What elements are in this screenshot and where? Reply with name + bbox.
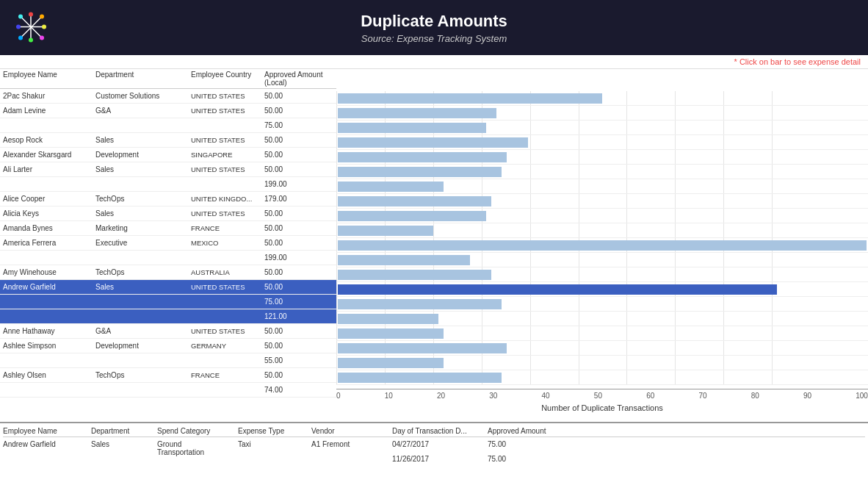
bar-row[interactable] bbox=[336, 238, 868, 253]
cell-amount: 50.00 bbox=[264, 136, 336, 144]
bar[interactable] bbox=[338, 196, 491, 206]
table-row[interactable]: Adam LevineG&AUNITED STATES50.00 bbox=[0, 104, 336, 118]
bottom-table-cell bbox=[3, 453, 91, 455]
bar-row[interactable] bbox=[336, 312, 868, 326]
bar[interactable] bbox=[338, 270, 491, 280]
bottom-table-header: Approved Amount bbox=[488, 427, 576, 435]
bottom-table-cell: Sales bbox=[91, 439, 157, 448]
cell-amount: 50.00 bbox=[264, 268, 336, 276]
cell-amount: 121.00 bbox=[264, 312, 336, 320]
bottom-table-header: Vendor bbox=[311, 427, 392, 435]
cell-department: Customer Solutions bbox=[95, 92, 191, 100]
x-axis: 0102030405060708090100 Number of Duplica… bbox=[336, 385, 868, 422]
cell-amount: 75.00 bbox=[264, 121, 336, 129]
table-row[interactable]: Anne HathawayG&AUNITED STATES50.00 bbox=[0, 324, 336, 339]
hint-bar: * Click on bar to see expense detail bbox=[0, 55, 868, 69]
col-header-country: Employee Country bbox=[191, 71, 264, 87]
cell-country: SINGAPORE bbox=[191, 151, 264, 159]
bar-row[interactable] bbox=[336, 194, 868, 209]
bar[interactable] bbox=[338, 167, 502, 177]
cell-amount: 50.00 bbox=[264, 107, 336, 115]
bar-row[interactable] bbox=[336, 209, 868, 223]
bar[interactable] bbox=[338, 123, 486, 133]
bar-row[interactable] bbox=[336, 106, 868, 121]
table-row[interactable]: Alice CooperTechOpsUNITED KINGDO...179.0… bbox=[0, 192, 336, 206]
cell-employee-name: Ashley Olsen bbox=[0, 371, 95, 379]
table-row[interactable]: America FerreraExecutiveMEXICO50.00 bbox=[0, 236, 336, 251]
x-axis-label: 40 bbox=[542, 392, 550, 400]
svg-point-5 bbox=[29, 37, 33, 42]
cell-country: UNITED STATES bbox=[191, 165, 264, 173]
bar[interactable] bbox=[338, 328, 444, 339]
table-row[interactable]: Amy WinehouseTechOpsAUSTRALIA50.00 bbox=[0, 265, 336, 280]
cell-amount: 55.00 bbox=[264, 356, 336, 364]
cell-amount: 50.00 bbox=[264, 342, 336, 350]
bar[interactable] bbox=[338, 108, 496, 118]
bar-row[interactable] bbox=[336, 223, 868, 238]
bar[interactable] bbox=[338, 240, 867, 251]
cell-country: FRANCE bbox=[191, 224, 264, 232]
logo bbox=[15, 10, 48, 45]
bar-row[interactable] bbox=[336, 282, 868, 297]
bar-row[interactable] bbox=[336, 253, 868, 267]
bar-row[interactable] bbox=[336, 341, 868, 356]
table-row[interactable]: 121.00 bbox=[0, 309, 336, 324]
bar-row[interactable] bbox=[336, 135, 868, 150]
cell-employee-name: Alicia Keys bbox=[0, 209, 95, 218]
bar[interactable] bbox=[338, 314, 438, 324]
bar[interactable] bbox=[338, 226, 433, 236]
cell-employee-name: Alexander Skarsgard bbox=[0, 151, 95, 159]
table-row[interactable]: Ali LarterSalesUNITED STATES50.00 bbox=[0, 162, 336, 177]
table-row[interactable]: 74.00 bbox=[0, 383, 336, 398]
bottom-table-headers: Employee NameDepartmentSpend CategoryExp… bbox=[3, 427, 865, 437]
table-row[interactable]: Aesop RockSalesUNITED STATES50.00 bbox=[0, 133, 336, 148]
bar[interactable] bbox=[338, 152, 507, 162]
cell-employee-name: America Ferrera bbox=[0, 239, 95, 247]
bottom-table-cell: 04/27/2017 bbox=[392, 439, 488, 448]
cell-employee-name: Amanda Bynes bbox=[0, 224, 95, 232]
table-row[interactable]: Andrew GarfieldSalesUNITED STATES50.00 bbox=[0, 280, 336, 295]
cell-department: Executive bbox=[95, 239, 191, 247]
bar-row[interactable] bbox=[336, 91, 868, 106]
cell-employee-name: Amy Winehouse bbox=[0, 268, 95, 276]
table-row[interactable]: 2Pac ShakurCustomer SolutionsUNITED STAT… bbox=[0, 89, 336, 104]
bar[interactable] bbox=[338, 284, 777, 295]
table-row[interactable]: Amanda BynesMarketingFRANCE50.00 bbox=[0, 221, 336, 236]
cell-country: UNITED STATES bbox=[191, 327, 264, 335]
table-row[interactable]: Alicia KeysSalesUNITED STATES50.00 bbox=[0, 206, 336, 221]
table-row[interactable]: Alexander SkarsgardDevelopmentSINGAPORE5… bbox=[0, 148, 336, 162]
bar-row[interactable] bbox=[336, 165, 868, 179]
svg-point-10 bbox=[40, 14, 44, 18]
x-axis-label: 80 bbox=[751, 392, 759, 400]
bar-row[interactable] bbox=[336, 150, 868, 165]
bar-row[interactable] bbox=[336, 179, 868, 194]
bar[interactable] bbox=[338, 211, 486, 221]
bottom-table-cell bbox=[91, 453, 157, 455]
table-row[interactable]: Ashley OlsenTechOpsFRANCE50.00 bbox=[0, 368, 336, 383]
table-row[interactable]: 199.00 bbox=[0, 251, 336, 265]
bar-row[interactable] bbox=[336, 121, 868, 135]
table-row[interactable]: 75.00 bbox=[0, 118, 336, 133]
bar[interactable] bbox=[338, 255, 470, 265]
bar[interactable] bbox=[338, 182, 444, 192]
table-row[interactable]: 55.00 bbox=[0, 353, 336, 368]
bar[interactable] bbox=[338, 93, 602, 104]
bar[interactable] bbox=[338, 343, 507, 353]
bar[interactable] bbox=[338, 137, 528, 148]
bottom-table-cell: A1 Fremont bbox=[311, 439, 392, 448]
page-subtitle: Source: Expense Tracking System bbox=[11, 33, 857, 44]
bar-row[interactable] bbox=[336, 370, 868, 385]
bar[interactable] bbox=[338, 373, 502, 383]
bar[interactable] bbox=[338, 358, 444, 368]
bar-row[interactable] bbox=[336, 356, 868, 370]
x-axis-label: 60 bbox=[646, 392, 654, 400]
table-row[interactable]: 75.00 bbox=[0, 295, 336, 309]
cell-employee-name: Aesop Rock bbox=[0, 136, 95, 144]
bar-row[interactable] bbox=[336, 267, 868, 282]
table-row[interactable]: 199.00 bbox=[0, 177, 336, 192]
bar-row[interactable] bbox=[336, 297, 868, 312]
table-row[interactable]: Ashlee SimpsonDevelopmentGERMANY50.00 bbox=[0, 339, 336, 353]
bar-row[interactable] bbox=[336, 326, 868, 341]
col-header-amount: Approved Amount (Local) bbox=[264, 71, 336, 87]
bar[interactable] bbox=[338, 299, 502, 309]
